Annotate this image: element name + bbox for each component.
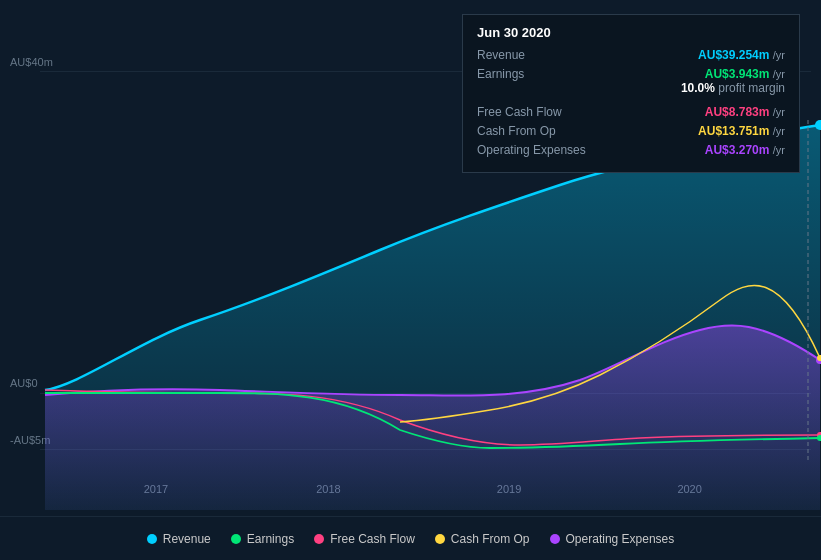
legend-dot-opex	[550, 534, 560, 544]
tooltip-label-earnings: Earnings	[477, 67, 524, 81]
data-tooltip: Jun 30 2020 Revenue AU$39.254m /yr Earni…	[462, 14, 800, 173]
tooltip-value-fcf: AU$8.783m /yr	[705, 105, 785, 119]
legend-item-earnings[interactable]: Earnings	[231, 532, 294, 546]
tooltip-value-opex: AU$3.270m /yr	[705, 143, 785, 157]
legend-item-revenue[interactable]: Revenue	[147, 532, 211, 546]
legend-item-cashfromop[interactable]: Cash From Op	[435, 532, 530, 546]
tooltip-label-revenue: Revenue	[477, 48, 525, 62]
legend-label-fcf: Free Cash Flow	[330, 532, 415, 546]
legend-dot-earnings	[231, 534, 241, 544]
legend-label-earnings: Earnings	[247, 532, 294, 546]
legend-item-fcf[interactable]: Free Cash Flow	[314, 532, 415, 546]
legend-dot-cashfromop	[435, 534, 445, 544]
legend-item-opex[interactable]: Operating Expenses	[550, 532, 675, 546]
tooltip-label-cashfromop: Cash From Op	[477, 124, 556, 138]
chart-legend: Revenue Earnings Free Cash Flow Cash Fro…	[0, 516, 821, 560]
tooltip-value-earnings: AU$3.943m /yr	[681, 67, 785, 81]
tooltip-row-opex: Operating Expenses AU$3.270m /yr	[477, 143, 785, 157]
legend-dot-revenue	[147, 534, 157, 544]
legend-label-cashfromop: Cash From Op	[451, 532, 530, 546]
tooltip-value-revenue: AU$39.254m /yr	[698, 48, 785, 62]
tooltip-row-fcf: Free Cash Flow AU$8.783m /yr	[477, 105, 785, 119]
tooltip-label-opex: Operating Expenses	[477, 143, 586, 157]
legend-label-opex: Operating Expenses	[566, 532, 675, 546]
tooltip-row-revenue: Revenue AU$39.254m /yr	[477, 48, 785, 62]
tooltip-label-fcf: Free Cash Flow	[477, 105, 562, 119]
tooltip-profit-margin: 10.0% profit margin	[681, 81, 785, 95]
tooltip-row-cashfromop: Cash From Op AU$13.751m /yr	[477, 124, 785, 138]
tooltip-title: Jun 30 2020	[477, 25, 785, 40]
legend-dot-fcf	[314, 534, 324, 544]
tooltip-value-cashfromop: AU$13.751m /yr	[698, 124, 785, 138]
tooltip-row-earnings: Earnings AU$3.943m /yr 10.0% profit marg…	[477, 67, 785, 100]
legend-label-revenue: Revenue	[163, 532, 211, 546]
